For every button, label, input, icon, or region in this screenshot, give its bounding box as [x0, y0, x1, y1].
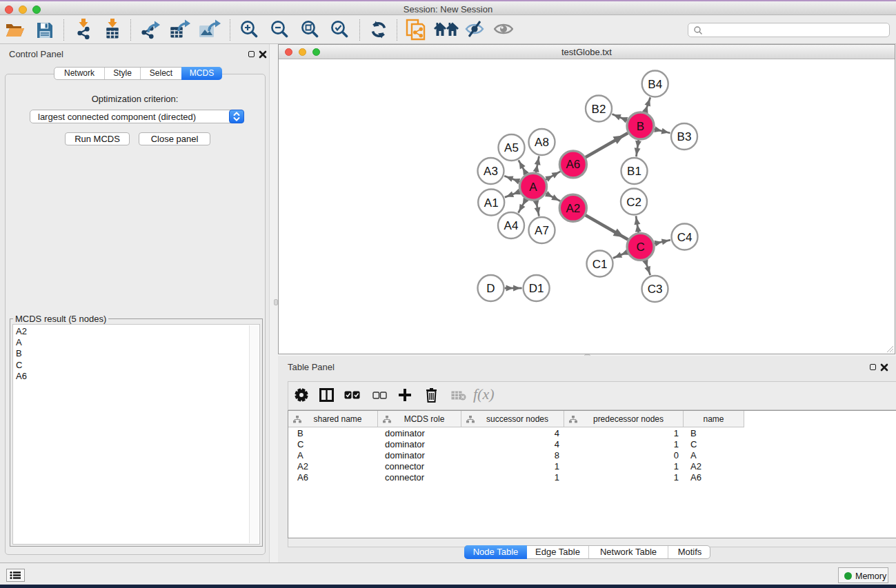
svg-text:C1: C1	[593, 258, 608, 271]
svg-text:A: A	[529, 181, 537, 194]
svg-text:A4: A4	[504, 219, 519, 232]
svg-text:D: D	[486, 282, 495, 295]
svg-text:C: C	[636, 241, 644, 254]
svg-text:A8: A8	[535, 136, 549, 149]
svg-text:B2: B2	[592, 103, 606, 116]
svg-text:A1: A1	[484, 196, 499, 210]
svg-text:C2: C2	[626, 196, 641, 209]
svg-text:C3: C3	[648, 283, 663, 296]
svg-text:A2: A2	[566, 202, 580, 215]
svg-text:A7: A7	[535, 224, 549, 237]
svg-text:C4: C4	[677, 231, 693, 244]
svg-text:A6: A6	[566, 158, 581, 171]
svg-text:B4: B4	[648, 78, 662, 91]
svg-text:A3: A3	[484, 165, 498, 178]
svg-text:B1: B1	[627, 165, 641, 178]
svg-text:D1: D1	[529, 282, 544, 295]
svg-text:B: B	[637, 120, 644, 133]
svg-text:B3: B3	[677, 130, 692, 143]
svg-text:A5: A5	[504, 141, 519, 154]
